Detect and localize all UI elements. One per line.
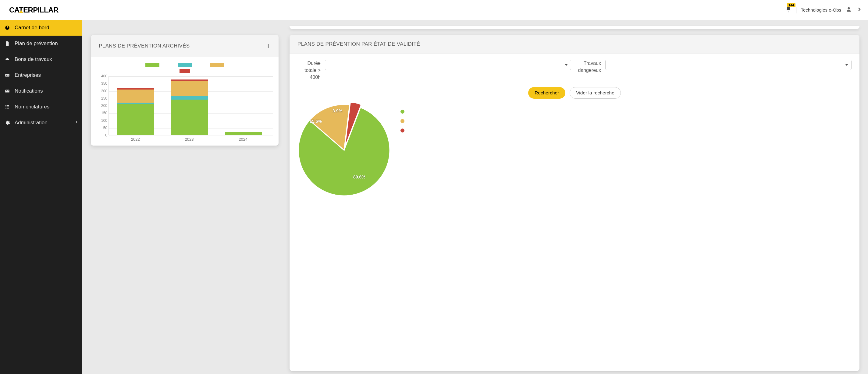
search-button[interactable]: Rechercher [528,87,565,99]
card-title: PLANS DE PRÉVENTION ARCHIVÉS [99,43,190,49]
svg-rect-11 [5,108,6,108]
sidebar-item-companies[interactable]: Entreprises [0,67,82,83]
bar-plot-area [108,76,273,135]
hardhat-icon [4,57,10,62]
pie-legend-dot [401,129,404,133]
user-icon[interactable] [845,6,852,14]
svg-rect-9 [5,107,6,107]
svg-rect-10 [7,107,9,107]
sidebar-item-label: Administration [14,120,48,126]
clear-search-button[interactable]: Vider la recherche [569,87,621,99]
legend-swatch-green [145,63,159,67]
left-column: PLANS DE PRÉVENTION ARCHIVÉS + 050100150… [91,26,279,371]
topbar: CATERPILLAR 144 Technologies e-Obs [0,0,868,20]
sidebar-item-label: Carnet de bord [14,25,49,31]
svg-rect-6 [8,75,8,76]
sidebar-item-nomenclatures[interactable]: Nomenclatures [0,99,82,115]
danger-select[interactable] [605,60,851,70]
topbar-right: 144 Technologies e-Obs [785,6,862,14]
sidebar-item-label: Nomenclatures [14,104,50,110]
sidebar: Carnet de bord Plan de prévention Bons d… [0,20,82,374]
id-card-icon [4,72,10,78]
bar-chart-legend-row2 [95,69,274,73]
mail-icon [4,88,10,94]
card-above-peek [289,26,860,29]
legend-swatch-amber [210,63,224,67]
sidebar-item-administration[interactable]: Administration [0,115,82,131]
svg-rect-8 [7,105,9,106]
filter-danger: Travaux dangereux [578,60,851,74]
pie-legend-dot [401,119,404,123]
filter-label: Durée totale > 400h [298,60,321,81]
gear-icon [4,120,10,126]
card-archived-plans: PLANS DE PRÉVENTION ARCHIVÉS + 050100150… [91,35,279,145]
pie-chart: 80.6%15.6%3.9% [297,103,391,197]
main-content: PLANS DE PRÉVENTION ARCHIVÉS + 050100150… [82,20,868,374]
card-validity-plans: PLANS DE PRÉVENTION PAR ÉTAT DE VALIDITÉ… [289,35,860,371]
bar-y-axis: 050100150200250300350400 [96,76,107,135]
svg-rect-12 [7,108,9,108]
notification-count-badge: 144 [787,3,796,7]
add-button[interactable]: + [266,41,271,51]
search-row: Rechercher Vider la recherche [289,83,860,102]
sidebar-item-dashboard[interactable]: Carnet de bord [0,20,82,36]
sidebar-item-prevention-plan[interactable]: Plan de prévention [0,36,82,52]
sidebar-item-notifications[interactable]: Notifications [0,83,82,99]
sidebar-item-label: Plan de prévention [14,40,58,46]
brand-logo: CATERPILLAR [9,6,75,14]
sidebar-item-label: Notifications [14,88,43,94]
card-header: PLANS DE PRÉVENTION PAR ÉTAT DE VALIDITÉ [289,35,860,54]
svg-point-4 [6,75,7,76]
pie-chart-wrap: 80.6%15.6%3.9% [289,102,860,203]
filters-row: Durée totale > 400h Travaux dangereux [289,54,860,83]
caterpillar-wordmark: CATERPILLAR [9,6,75,14]
card-body: 050100150200250300350400 202220232024 [91,57,279,145]
document-icon [4,41,10,46]
dashboard-icon [4,25,10,30]
filter-label: Travaux dangereux [578,60,601,74]
card-header: PLANS DE PRÉVENTION ARCHIVÉS + [91,35,279,57]
legend-swatch-red [180,69,190,73]
bar-chart: 050100150200250300350400 202220232024 [108,76,273,140]
pie-legend [401,103,404,133]
sidebar-item-label: Entreprises [14,72,41,78]
filter-duration: Durée totale > 400h [298,60,571,81]
bar-chart-legend [95,63,274,67]
expand-chevron[interactable] [857,7,862,13]
chevron-right-icon [74,120,79,126]
svg-rect-7 [5,105,6,106]
sidebar-item-work-orders[interactable]: Bons de travaux [0,52,82,67]
user-org-label: Technologies e-Obs [801,7,841,12]
right-column: PLANS DE PRÉVENTION PAR ÉTAT DE VALIDITÉ… [289,26,860,371]
pie-legend-dot [401,110,404,113]
sidebar-item-label: Bons de travaux [14,56,52,62]
list-icon [4,104,10,110]
svg-text:CATERPILLAR: CATERPILLAR [9,6,59,14]
svg-rect-3 [5,74,9,77]
card-title: PLANS DE PRÉVENTION PAR ÉTAT DE VALIDITÉ [298,41,420,47]
notifications-bell[interactable]: 144 [785,6,792,14]
duration-select[interactable] [325,60,571,70]
legend-swatch-teal [178,63,192,67]
